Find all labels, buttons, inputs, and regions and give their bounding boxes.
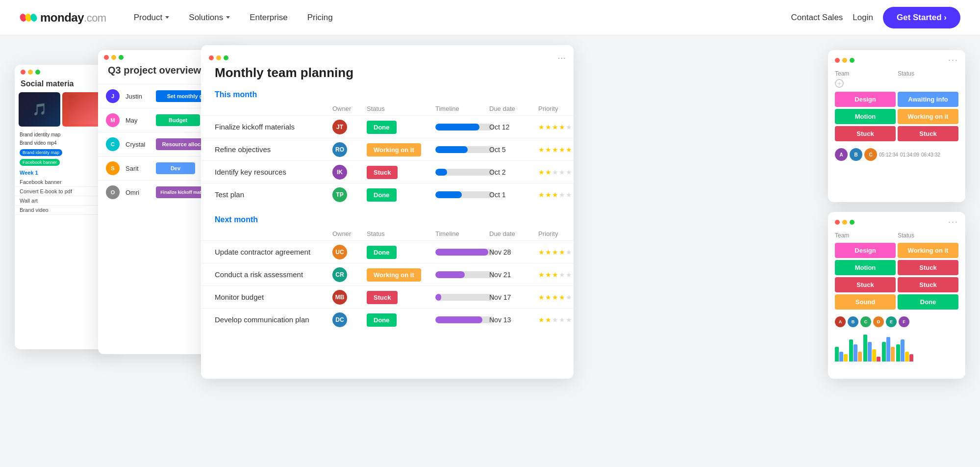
window-controls	[835, 220, 854, 225]
chevron-down-icon	[226, 16, 230, 19]
maximize-dot	[224, 55, 228, 60]
navbar: monday.com Product Solutions Enterprise …	[0, 0, 980, 35]
main-panel-title: Monthly team planning	[201, 63, 574, 90]
status-cell[interactable]: Stuck	[898, 126, 958, 141]
social-panel: Social materia 🎵 Brand identity map Bran…	[15, 65, 110, 349]
status-badge[interactable]: Working on it	[367, 143, 421, 156]
status-cell[interactable]: Working on it	[898, 243, 958, 258]
status-badge[interactable]: Done	[367, 246, 397, 259]
owner-avatar: RO	[332, 142, 347, 157]
table-row[interactable]: Test plan TP Done Oct 1 ★★★★★	[201, 183, 574, 206]
nav-enterprise[interactable]: Enterprise	[242, 9, 295, 26]
team-cell[interactable]: Design	[835, 92, 896, 107]
task-item[interactable]: Wall art	[15, 196, 110, 206]
avatar: D	[873, 316, 884, 327]
panel-header: ···	[828, 212, 965, 230]
right-panel-bottom: ··· Team Status Design Working on it Mot…	[828, 212, 965, 379]
avatar: A	[835, 316, 846, 327]
team-cell[interactable]: Stuck	[835, 126, 896, 141]
close-dot	[209, 55, 214, 60]
status-badge[interactable]: Done	[367, 313, 397, 327]
status-cell[interactable]: Stuck	[898, 260, 958, 275]
nav-solutions[interactable]: Solutions	[181, 9, 238, 26]
table-row[interactable]: Identify key resources IK Stuck Oct 2 ★★…	[201, 160, 574, 183]
avatar: C	[106, 137, 120, 151]
timeline-bar	[435, 169, 494, 176]
q3-bar: Budget	[156, 114, 200, 126]
owner-avatar: DC	[332, 312, 347, 327]
status-cell[interactable]: Done	[898, 294, 958, 310]
nav-product[interactable]: Product	[126, 9, 177, 26]
close-dot	[21, 70, 25, 75]
table-header: Owner Status Timeline Due date Priority	[201, 230, 574, 240]
status-badge[interactable]: Done	[367, 188, 397, 202]
next-month-label: Next month	[201, 215, 574, 230]
week-label: Week 1	[15, 167, 110, 178]
social-images: 🎵	[15, 92, 110, 130]
this-month-label: This month	[201, 90, 574, 105]
minimize-dot	[842, 220, 847, 225]
add-column-icon[interactable]: +	[835, 79, 844, 88]
status-cell[interactable]: Working on it	[898, 109, 958, 124]
task-item[interactable]: Convert E-book to pdf	[15, 187, 110, 196]
avatars-section: A B C 05:12:34 01:34:09 06:43:32	[828, 144, 965, 165]
options-menu-icon[interactable]: ···	[948, 55, 958, 65]
task-item[interactable]: Facebook banner	[15, 178, 110, 187]
avatar: A	[835, 148, 848, 161]
social-row-1: Brand identity map	[15, 130, 110, 139]
timeline-bar	[435, 249, 494, 256]
status-badge[interactable]: Stuck	[367, 166, 398, 179]
minimize-dot	[28, 70, 33, 75]
avatar: C	[860, 316, 871, 327]
team-cell[interactable]: Design	[835, 243, 896, 258]
status-badge[interactable]: Done	[367, 121, 397, 134]
social-img-music: 🎵	[19, 92, 60, 127]
login-link[interactable]: Login	[853, 13, 873, 23]
minimize-dot	[111, 55, 116, 60]
status-badge[interactable]: Working on it	[367, 268, 421, 282]
owner-avatar: MB	[332, 290, 347, 305]
table-row[interactable]: Conduct a risk assessment CR Working on …	[201, 263, 574, 285]
timeline-bar	[435, 316, 494, 323]
avatar: B	[848, 316, 858, 327]
table-row[interactable]: Update contractor agreement UC Done Nov …	[201, 240, 574, 263]
team-cell[interactable]: Stuck	[835, 277, 896, 292]
logo[interactable]: monday.com	[20, 9, 106, 26]
team-grid-top: Design Awaiting info Motion Working on i…	[828, 89, 965, 144]
owner-avatar: JT	[332, 120, 347, 134]
owner-avatar: IK	[332, 165, 347, 180]
status-badge[interactable]: Stuck	[367, 291, 398, 304]
options-menu-icon[interactable]: ···	[557, 52, 566, 63]
panel-header: ···	[828, 50, 965, 68]
social-panel-title: Social materia	[15, 78, 110, 92]
options-menu-icon[interactable]: ···	[948, 217, 958, 227]
avatar: C	[864, 148, 877, 161]
avatar: B	[850, 148, 862, 161]
team-cell[interactable]: Sound	[835, 294, 896, 310]
task-item[interactable]: Brand video	[15, 206, 110, 215]
content-area: Social materia 🎵 Brand identity map Bran…	[0, 35, 980, 467]
table-row[interactable]: Finalize kickoff materials JT Done Oct 1…	[201, 115, 574, 138]
table-row[interactable]: Develop communication plan DC Done Nov 1…	[201, 308, 574, 331]
close-dot	[104, 55, 109, 60]
window-controls	[15, 65, 110, 78]
avatar: M	[106, 113, 120, 127]
q3-bar: Dev	[156, 162, 195, 174]
timeline-bar	[435, 124, 494, 130]
nav-right: Contact Sales Login Get Started ›	[791, 7, 960, 28]
status-cell[interactable]: Awaiting info	[898, 92, 958, 107]
team-cell[interactable]: Motion	[835, 260, 896, 275]
table-row[interactable]: Monitor budget MB Stuck Nov 17 ★★★★★	[201, 285, 574, 308]
team-table-headers: Team Status +	[828, 68, 965, 89]
get-started-button[interactable]: Get Started ›	[883, 7, 960, 28]
status-cell[interactable]: Stuck	[898, 277, 958, 292]
nav-links: Product Solutions Enterprise Pricing	[126, 9, 791, 26]
owner-avatar: TP	[332, 187, 347, 202]
avatar: E	[886, 316, 897, 327]
nav-pricing[interactable]: Pricing	[300, 9, 341, 26]
contact-sales-link[interactable]: Contact Sales	[791, 13, 843, 23]
table-row[interactable]: Refine objectives RO Working on it Oct 5…	[201, 138, 574, 160]
team-cell[interactable]: Motion	[835, 109, 896, 124]
timeline-bar	[435, 191, 494, 198]
svg-point-2	[29, 13, 37, 23]
